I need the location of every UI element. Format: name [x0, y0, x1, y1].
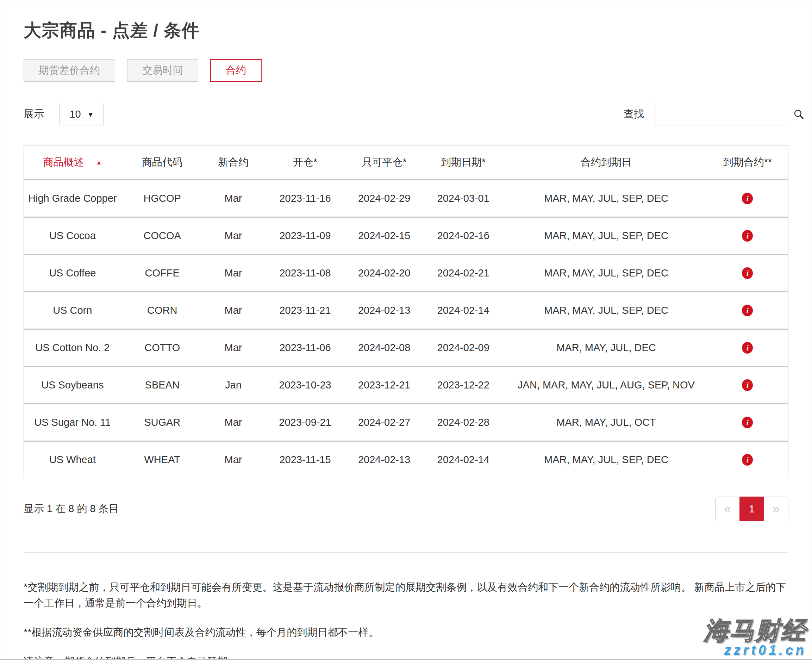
footnote-2: **根据流动资金供应商的交割时间表及合约流动性，每个月的到期日都不一样。 — [24, 624, 788, 640]
contract-months: MAR, MAY, JUL, SEP, DEC — [505, 255, 707, 291]
sort-asc-icon: ▲ — [96, 159, 102, 166]
expiry-date: 2024-03-01 — [421, 180, 505, 217]
header-open[interactable]: 开仓* — [263, 146, 347, 179]
new-contract: Mar — [203, 255, 263, 291]
tab-contracts[interactable]: 合约 — [210, 59, 262, 82]
commodity-code: SBEAN — [121, 367, 203, 403]
new-contract: Mar — [203, 180, 263, 217]
expiry-date: 2024-02-14 — [421, 292, 505, 328]
info-icon[interactable]: i — [742, 230, 753, 241]
tab-trading-hours[interactable]: 交易时间 — [127, 59, 198, 82]
commodity-name: US Sugar No. 11 — [24, 404, 121, 441]
open-date: 2023-09-21 — [263, 404, 347, 441]
pagination-row: 显示 1 在 8 的 8 条目 « 1 » — [24, 497, 788, 521]
commodity-code: COCOA — [121, 217, 203, 254]
commodity-name: High Grade Copper — [24, 180, 121, 217]
expiry-date: 2024-02-16 — [421, 217, 505, 254]
commodity-name: US Soybeans — [24, 367, 121, 403]
header-commodity[interactable]: 商品概述 ▲ — [24, 146, 121, 179]
tab-futures-cfd[interactable]: 期货差价合约 — [24, 59, 115, 82]
commodity-code: COTTO — [121, 330, 203, 366]
table-row: US Wheat WHEAT Mar 2023-11-15 2024-02-13… — [24, 441, 788, 478]
close-only-date: 2024-02-20 — [347, 255, 421, 291]
new-contract: Mar — [203, 330, 263, 366]
new-contract: Mar — [203, 442, 263, 478]
search-box — [655, 103, 788, 125]
new-contract: Jan — [203, 367, 263, 403]
search-input[interactable] — [655, 103, 793, 125]
contract-months: MAR, MAY, JUL, SEP, DEC — [505, 292, 707, 328]
info-icon[interactable]: i — [742, 417, 753, 428]
open-date: 2023-10-23 — [263, 367, 347, 403]
table-header-row: 商品概述 ▲ 商品代码 新合约 开仓* 只可平仓* 到期日期* 合约到期日 到期… — [24, 146, 788, 179]
commodity-name: US Coffee — [24, 255, 121, 291]
contract-months: MAR, MAY, JUL, OCT — [505, 404, 707, 441]
close-only-date: 2023-12-21 — [347, 367, 421, 403]
info-icon[interactable]: i — [742, 342, 753, 354]
footnote-3: 请注意，期货合约到期后，平台不会自动延期。 — [24, 654, 788, 660]
watermark: 海马财经 zzrt01.cn — [704, 618, 807, 658]
page: 大宗商品 - 点差 / 条件 期货差价合约 交易时间 合约 展示 10 ▼ 查找 — [0, 0, 812, 660]
new-contract: Mar — [203, 404, 263, 441]
pagination: « 1 » — [715, 497, 788, 521]
commodity-code: WHEAT — [121, 442, 203, 478]
next-page-button[interactable]: » — [764, 497, 788, 521]
header-expiring-contract[interactable]: 到期合约** — [707, 146, 788, 179]
close-only-date: 2024-02-13 — [347, 292, 421, 328]
page-size-value: 10 — [69, 108, 81, 120]
open-date: 2023-11-06 — [263, 330, 347, 366]
tab-bar: 期货差价合约 交易时间 合约 — [24, 59, 788, 82]
entries-summary: 显示 1 在 8 的 8 条目 — [24, 502, 119, 516]
new-contract: Mar — [203, 217, 263, 254]
table-row: US Sugar No. 11 SUGAR Mar 2023-09-21 202… — [24, 403, 788, 441]
commodity-name: US Cotton No. 2 — [24, 330, 121, 366]
close-only-date: 2024-02-27 — [347, 404, 421, 441]
watermark-brand: 海马财经 — [704, 618, 807, 644]
header-code[interactable]: 商品代码 — [121, 146, 203, 179]
commodity-code: HGCOP — [121, 180, 203, 217]
expiry-date: 2024-02-09 — [421, 330, 505, 366]
search-icon[interactable] — [793, 108, 805, 120]
commodity-code: SUGAR — [121, 404, 203, 441]
info-icon[interactable]: i — [742, 305, 753, 316]
table-row: US Cotton No. 2 COTTO Mar 2023-11-06 202… — [24, 328, 788, 366]
commodity-name: US Wheat — [24, 442, 121, 478]
open-date: 2023-11-21 — [263, 292, 347, 328]
contract-months: MAR, MAY, JUL, SEP, DEC — [505, 442, 707, 478]
header-close-only[interactable]: 只可平仓* — [347, 146, 421, 179]
chevron-down-icon: ▼ — [87, 111, 94, 119]
expiry-date: 2024-02-14 — [421, 442, 505, 478]
header-new-contract[interactable]: 新合约 — [203, 146, 263, 179]
info-icon[interactable]: i — [742, 379, 753, 391]
commodity-code: CORN — [121, 292, 203, 328]
prev-page-button[interactable]: « — [715, 497, 740, 521]
commodity-name: US Corn — [24, 292, 121, 328]
commodity-code: COFFE — [121, 255, 203, 291]
page-title: 大宗商品 - 点差 / 条件 — [24, 19, 788, 42]
open-date: 2023-11-09 — [263, 217, 347, 254]
header-contract-months[interactable]: 合约到期日 — [505, 146, 707, 179]
search-label: 查找 — [623, 107, 644, 121]
expiry-date: 2024-02-28 — [421, 404, 505, 441]
footnote-1: *交割期到期之前，只可平仓和到期日可能会有所变更。这是基于流动报价商所制定的展期… — [24, 579, 788, 611]
show-label: 展示 — [24, 107, 44, 121]
table-row: US Cocoa COCOA Mar 2023-11-09 2024-02-15… — [24, 217, 788, 254]
info-icon[interactable]: i — [742, 267, 753, 279]
open-date: 2023-11-15 — [263, 442, 347, 478]
table-controls: 展示 10 ▼ 查找 — [24, 103, 788, 125]
open-date: 2023-11-08 — [263, 255, 347, 291]
close-only-date: 2024-02-29 — [347, 180, 421, 217]
info-icon[interactable]: i — [742, 454, 753, 466]
info-icon[interactable]: i — [742, 193, 753, 204]
current-page-button[interactable]: 1 — [739, 497, 764, 521]
table-row: US Soybeans SBEAN Jan 2023-10-23 2023-12… — [24, 366, 788, 403]
expiry-date: 2023-12-22 — [421, 367, 505, 403]
table-row: US Coffee COFFE Mar 2023-11-08 2024-02-2… — [24, 254, 788, 291]
open-date: 2023-11-16 — [263, 180, 347, 217]
page-size-select[interactable]: 10 ▼ — [60, 103, 104, 125]
footnotes: *交割期到期之前，只可平仓和到期日可能会有所变更。这是基于流动报价商所制定的展期… — [24, 579, 788, 660]
close-only-date: 2024-02-13 — [347, 442, 421, 478]
table-row: US Corn CORN Mar 2023-11-21 2024-02-13 2… — [24, 291, 788, 328]
contract-months: MAR, MAY, JUL, DEC — [505, 330, 707, 366]
header-expiry-date[interactable]: 到期日期* — [421, 146, 505, 179]
